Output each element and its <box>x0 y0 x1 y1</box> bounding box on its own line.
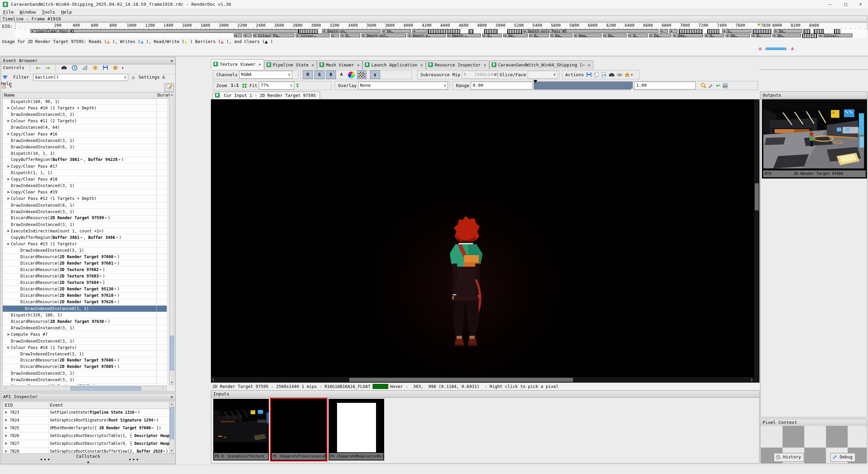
event-row[interactable]: DrawIndexedInstanced(3, 1) <box>3 377 167 383</box>
close-icon[interactable]: ✕ <box>171 58 173 64</box>
event-row[interactable]: Dispatch(10, 1, 1) <box>3 150 167 157</box>
timeline-event-ticks[interactable] <box>804 29 810 34</box>
resource-link-icon[interactable]: ⚭ <box>115 235 118 240</box>
event-row[interactable]: >Copy/Clear Pass #19 <box>3 189 167 195</box>
save-texture-icon[interactable] <box>586 72 592 78</box>
expander-icon[interactable]: > <box>5 189 11 195</box>
expander-icon[interactable]: > <box>5 176 11 182</box>
event-row[interactable]: DiscardResource(3D Texture 97602⚭) <box>3 267 167 273</box>
range-slider[interactable] <box>534 82 633 89</box>
event-row[interactable]: DrawIndexedInstanced(3, 1) <box>3 351 167 357</box>
timeline-event-ticks[interactable] <box>834 29 840 34</box>
timeline-pass-block[interactable]: + Depth-only Pass #5 <box>523 29 658 33</box>
event-row[interactable]: CopyBufferRegion(Buffer 3861⚭, Buffer 94… <box>3 157 167 163</box>
timeline-pass-block[interactable]: + Colour… <box>818 34 852 37</box>
resource-link-icon[interactable]: ⚭ <box>114 287 117 291</box>
event-row[interactable]: >Copy/Clear Pass #17 <box>3 163 167 170</box>
event-row[interactable]: >Colour Pass #14 (1 Targets) <box>3 345 167 351</box>
name-column-header[interactable]: Name <box>4 92 15 98</box>
flip-vertical-icon[interactable]: ⇕ <box>295 82 300 89</box>
event-row[interactable]: >Colour Pass #13 (1 Targets) <box>3 241 167 247</box>
resource-link-icon[interactable]: ⚭ <box>99 268 102 272</box>
debug-button[interactable]: Debug <box>830 453 855 462</box>
timeline-event-ticks[interactable] <box>484 29 498 34</box>
expander-icon[interactable]: > <box>5 163 11 169</box>
gamma-button[interactable]: γ <box>370 70 380 79</box>
close-icon[interactable]: ✕ <box>312 63 314 67</box>
menu-window[interactable]: Window <box>17 9 39 15</box>
close-button[interactable]: × <box>854 0 867 8</box>
timeline-pass-block[interactable]: + Depth-… <box>447 34 481 37</box>
expander-icon[interactable]: > <box>5 433 7 438</box>
zoom-1-1-button[interactable]: 1:1 <box>229 82 240 89</box>
event-row[interactable]: >Compute Pass #7 <box>3 331 167 338</box>
resource-link-icon[interactable]: ⚭ <box>114 300 117 304</box>
api-call-row[interactable]: >7826SetGraphicsRootDescriptorTable(1, {… <box>3 432 170 440</box>
expander-icon[interactable]: > <box>5 331 11 337</box>
close-icon[interactable]: ✕ <box>420 63 423 67</box>
mip-select[interactable]: 0 - 2560x1440 ∨ <box>462 71 498 79</box>
scroll-down-icon[interactable]: ▼ <box>170 381 174 384</box>
timeline-pass-block[interactable]: + <box>660 29 668 33</box>
event-row[interactable]: >Colour Pass #12 (1 Targets + Depth) <box>3 195 167 202</box>
timeline-pass-block[interactable]: + De… <box>774 29 802 33</box>
event-row[interactable]: DiscardResource(2D Render Target 97601⚭) <box>3 260 167 267</box>
menu-help[interactable]: Help <box>58 9 75 15</box>
api-call-row[interactable]: >7823SetPipelineState(Pipeline State 131… <box>3 409 170 417</box>
timeline-pass-block[interactable]: + Dep… <box>574 34 601 37</box>
event-row[interactable]: DiscardResource(2D Texture 97604⚭) <box>3 280 167 286</box>
resource-link-icon[interactable]: ⚭ <box>90 384 93 385</box>
chevron-down-icon[interactable]: ∨ <box>124 74 126 80</box>
inputs-title[interactable]: Inputs <box>211 391 759 398</box>
expander-icon[interactable]: > <box>5 345 11 350</box>
timeline-pass-block[interactable]: + De… <box>503 34 528 37</box>
duration-graph-icon[interactable] <box>82 65 88 71</box>
input-thumbnail-ps0[interactable]: PS 0 SceneColorTexture <box>213 399 269 460</box>
scroll-down-icon[interactable]: ▼ <box>170 449 174 452</box>
event-list-horizontal-scrollbar[interactable]: ◂ ▸ <box>2 386 166 391</box>
timeline-pass-block[interactable]: + D… <box>340 34 360 37</box>
zoom-range-icon[interactable] <box>701 83 706 88</box>
channels-select[interactable]: RGBA ∨ <box>239 71 292 79</box>
autofit-eyedropper-icon[interactable] <box>708 83 714 88</box>
expander-icon[interactable]: > <box>5 418 7 423</box>
timeline-pass-block[interactable]: + Depth-onl… <box>361 34 406 37</box>
timeline-event-ticks[interactable] <box>814 29 824 34</box>
event-row[interactable]: DrawIndexedInstanced(6, 1) <box>3 144 167 150</box>
resource-link-icon[interactable]: ⚭ <box>151 426 154 430</box>
close-icon[interactable]: ✕ <box>588 63 590 67</box>
scroll-left-icon[interactable]: ◂ <box>3 386 8 390</box>
timeline-event-ticks[interactable] <box>428 29 460 34</box>
scrollbar-thumb[interactable] <box>71 387 141 391</box>
api-call-row[interactable]: >7824SetGraphicsRootSignature(Root Signa… <box>3 417 170 425</box>
find-event-icon[interactable] <box>61 65 67 71</box>
red-channel-button[interactable]: R <box>303 70 313 79</box>
chevron-down-icon[interactable]: ▼ <box>122 66 123 70</box>
history-button[interactable]: History <box>774 453 804 462</box>
green-channel-button[interactable]: G <box>314 70 324 79</box>
output-thumbnail-rt0[interactable]: RT0 2D Render Target 97600 <box>762 99 867 179</box>
range-min-input[interactable]: 0.00 <box>471 82 532 89</box>
tab-texture-viewer[interactable]: Texture Viewer✕ <box>211 59 264 69</box>
event-row[interactable]: DrawIndexedInstanced(3, 1) <box>3 325 167 331</box>
event-row[interactable]: DrawIndexedInstanced(3, 1) <box>3 222 167 228</box>
bookmark-star-icon[interactable] <box>113 65 118 71</box>
event-row[interactable]: DrawIndexedInstanced(3, 1) <box>3 338 167 344</box>
timeline-pass-block[interactable]: + D… <box>705 34 724 37</box>
resource-link-icon[interactable]: ⚭ <box>104 216 107 220</box>
event-row[interactable]: DiscardResource(2D Render Target 97626⚭) <box>3 299 167 306</box>
chevron-down-icon[interactable]: ▼ <box>10 85 12 88</box>
scrollbar-thumb[interactable] <box>349 378 573 382</box>
timeline-pass-block[interactable]: + De… <box>772 34 801 37</box>
eid-ruler[interactable]: 2004006008001000120014001600180020002200… <box>15 22 867 30</box>
star-menu-icon[interactable] <box>625 72 630 78</box>
histogram-icon[interactable] <box>723 83 728 88</box>
event-row[interactable]: >Copy/Clear Pass #18 <box>3 176 167 183</box>
timeline-event-ticks[interactable] <box>753 29 772 34</box>
pixel-context-title[interactable]: Pixel Context <box>761 419 867 426</box>
timeline-pass-block[interactable]: + Dep… <box>673 34 703 37</box>
timeline-event-ticks[interactable] <box>802 34 817 38</box>
event-row[interactable]: >Colour Pass #11 (2 Targets) <box>3 118 167 124</box>
expander-icon[interactable]: > <box>5 441 7 446</box>
texture-display-canvas[interactable] <box>211 99 760 377</box>
